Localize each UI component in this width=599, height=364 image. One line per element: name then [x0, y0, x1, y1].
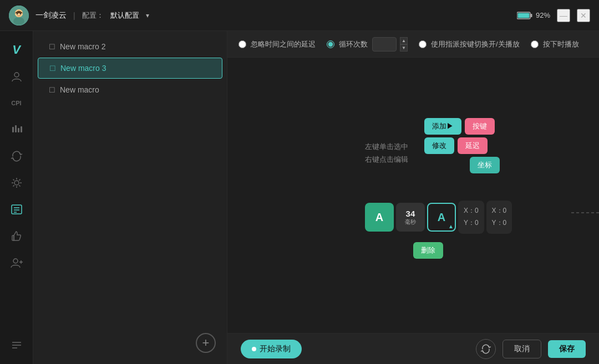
- bottom-right: 取消 保存: [476, 339, 586, 359]
- sidebar-item-list[interactable]: [4, 333, 29, 357]
- svg-rect-10: [12, 127, 14, 132]
- loop-count-input[interactable]: 1: [372, 37, 397, 52]
- sidebar-item-equalizer[interactable]: [4, 117, 29, 142]
- bottom-left: 开始录制: [241, 340, 302, 358]
- minimize-button[interactable]: —: [557, 9, 570, 22]
- node-a2[interactable]: A ▲: [427, 203, 456, 232]
- sidebar-item-logo: V: [4, 38, 29, 62]
- titlebar-left: 一剑凌云 | 配置： 默认配置 ▾: [9, 6, 149, 25]
- node-y2: Y：0: [492, 217, 507, 229]
- refresh-button[interactable]: [476, 339, 496, 359]
- radio-delay[interactable]: [238, 40, 246, 48]
- node-a-container: A: [365, 203, 394, 232]
- avatar: [9, 6, 29, 25]
- radio-toggle-label: 使用指派按键切换开/关播放: [431, 39, 520, 49]
- battery-icon: [517, 12, 532, 19]
- spin-buttons: ▲ ▼: [400, 37, 408, 52]
- close-button[interactable]: ✕: [577, 9, 590, 22]
- bottom-bar: 开始录制 取消 保存: [227, 333, 599, 364]
- macro-file-icon-3: ☐: [49, 64, 56, 73]
- spin-up-button[interactable]: ▲: [400, 37, 408, 44]
- main-container: V CPI: [0, 31, 599, 364]
- sidebar-item-thumbsup[interactable]: [4, 224, 29, 248]
- sidebar-item-cpi[interactable]: CPI: [4, 91, 29, 115]
- node-delay-container: 34 毫秒: [396, 203, 425, 232]
- macro-label-2: New macro 2: [60, 42, 105, 51]
- radio-hold[interactable]: [531, 40, 539, 48]
- config-value: 默认配置: [110, 11, 139, 20]
- macro-item-3[interactable]: ☐ New macro 3: [38, 58, 222, 79]
- titlebar: 一剑凌云 | 配置： 默认配置 ▾ 92% — ✕: [0, 0, 599, 31]
- svg-point-28: [13, 259, 18, 263]
- svg-line-22: [13, 185, 14, 186]
- macro-list: ☐ New macro 2 ☐ New macro 3 ☐ New macro: [33, 31, 227, 364]
- sidebar-item-macro[interactable]: [4, 197, 29, 222]
- svg-rect-7: [530, 14, 532, 17]
- svg-point-5: [20, 13, 21, 14]
- node-delay-val: 34: [406, 209, 415, 218]
- editor-panel: 忽略时间之间的延迟 循环次数 1 ▲ ▼ 使用指派按键切换开/关播放 按下时播放: [227, 31, 599, 364]
- popup-add-button[interactable]: 添加▶: [424, 118, 461, 135]
- battery-percent: 92%: [536, 11, 550, 19]
- node-x1: X：0: [464, 205, 479, 217]
- svg-point-9: [14, 73, 19, 77]
- popup-coords-button[interactable]: 坐标: [470, 157, 500, 173]
- record-button[interactable]: 开始录制: [241, 340, 302, 358]
- options-bar: 忽略时间之间的延迟 循环次数 1 ▲ ▼ 使用指派按键切换开/关播放 按下时播放: [227, 31, 599, 58]
- sidebar-item-sync[interactable]: [4, 144, 29, 168]
- canvas-area: 左键单击选中 右键点击编辑 添加▶ 按键 修改 延迟: [227, 58, 599, 333]
- macro-file-icon-2: ☐: [49, 43, 55, 51]
- svg-point-14: [14, 181, 19, 185]
- node-row: A 34 毫秒 A ▲: [365, 201, 512, 233]
- node-delay-unit: 毫秒: [405, 218, 416, 226]
- macro-item-1[interactable]: ☐ New macro: [38, 80, 222, 100]
- macro-add-button[interactable]: +: [196, 333, 216, 353]
- node-a[interactable]: A: [365, 203, 394, 232]
- node-a2-container: A ▲: [427, 203, 456, 232]
- titlebar-right: 92% — ✕: [517, 9, 590, 22]
- config-divider: |: [73, 11, 75, 20]
- svg-rect-13: [21, 126, 22, 132]
- radio-hold-label: 按下时播放: [543, 39, 579, 49]
- context-hint-line2: 右键点击编辑: [365, 153, 408, 166]
- delete-btn-wrapper: 删除: [413, 242, 443, 259]
- radio-group-toggle: 使用指派按键切换开/关播放: [419, 39, 520, 49]
- connector-svg: [227, 58, 599, 333]
- record-dot-icon: [252, 347, 256, 351]
- radio-group-delay: 忽略时间之间的延迟: [238, 39, 316, 49]
- context-hint-line1: 左键单击选中: [365, 140, 408, 153]
- macro-panel: ☐ New macro 2 ☐ New macro 3 ☐ New macro …: [33, 31, 227, 364]
- context-hint: 左键单击选中 右键点击编辑: [365, 140, 408, 166]
- sidebar-item-lighting[interactable]: [4, 171, 29, 195]
- record-label: 开始录制: [260, 344, 291, 354]
- node-a-label: A: [375, 211, 383, 224]
- macro-label-3: New macro 3: [60, 64, 106, 73]
- popup-delay-button[interactable]: 延迟: [458, 137, 488, 154]
- save-button[interactable]: 保存: [548, 340, 586, 358]
- node-delay[interactable]: 34 毫秒: [396, 203, 425, 232]
- cancel-button[interactable]: 取消: [502, 340, 541, 358]
- macro-file-icon-1: ☐: [49, 86, 55, 94]
- battery-info: 92%: [517, 11, 550, 19]
- svg-line-20: [19, 185, 20, 186]
- spin-down-button[interactable]: ▼: [400, 44, 408, 52]
- sidebar-item-user-manage[interactable]: [4, 250, 29, 275]
- popup-menu: 添加▶ 按键 修改 延迟 坐标: [424, 118, 500, 173]
- radio-loop[interactable]: [327, 40, 334, 48]
- node-a2-label: A: [438, 211, 445, 224]
- radio-group-hold: 按下时播放: [531, 39, 579, 49]
- macro-item-2[interactable]: ☐ New macro 2: [38, 37, 222, 57]
- node-coords-1[interactable]: X：0 Y：0: [458, 201, 484, 233]
- node-coords-2[interactable]: X：0 Y：0: [486, 201, 512, 233]
- svg-rect-12: [18, 128, 19, 132]
- username: 一剑凌云: [35, 11, 67, 20]
- config-chevron-icon[interactable]: ▾: [146, 12, 149, 19]
- popup-key-button[interactable]: 按键: [465, 118, 495, 135]
- popup-modify-button[interactable]: 修改: [424, 137, 454, 154]
- radio-toggle[interactable]: [419, 40, 427, 48]
- svg-point-4: [17, 13, 18, 14]
- sidebar-item-profile[interactable]: [4, 64, 29, 89]
- radio-loop-label: 循环次数: [339, 39, 368, 49]
- node-x2: X：0: [492, 205, 507, 217]
- delete-button[interactable]: 删除: [413, 242, 443, 259]
